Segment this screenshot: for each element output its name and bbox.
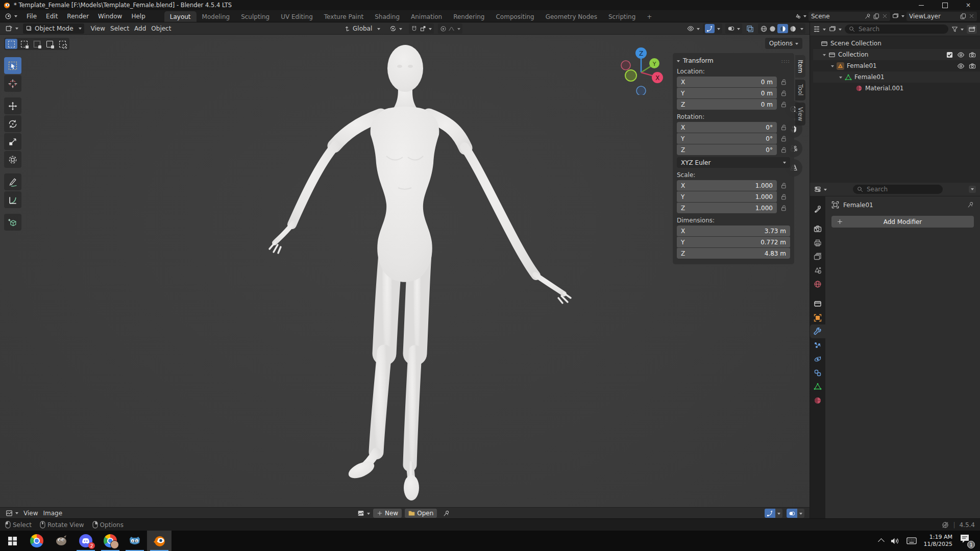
expand-icon[interactable] xyxy=(823,54,826,58)
tab-collection[interactable] xyxy=(810,297,825,311)
lock-rotation-y[interactable] xyxy=(777,135,790,142)
volume-icon[interactable] xyxy=(891,537,899,545)
hide-eye-icon[interactable] xyxy=(957,63,965,69)
viewport-menu-add[interactable]: Add xyxy=(132,23,149,34)
start-button[interactable] xyxy=(0,531,24,551)
outliner-filter-button[interactable] xyxy=(951,26,964,33)
shading-solid-icon[interactable] xyxy=(769,25,776,33)
proportional-editing-controls[interactable] xyxy=(438,23,462,34)
viewport-menu-view[interactable]: View xyxy=(88,23,108,34)
proportional-edit-icon[interactable] xyxy=(440,26,447,32)
tool-annotate[interactable] xyxy=(4,173,21,190)
disable-render-camera-icon[interactable] xyxy=(969,63,976,69)
tool-cursor[interactable] xyxy=(4,75,21,92)
tab-render[interactable] xyxy=(810,222,825,236)
gizmo-icon[interactable] xyxy=(706,26,713,32)
workspace-tab-rendering[interactable]: Rendering xyxy=(448,11,490,22)
menu-help[interactable]: Help xyxy=(127,10,150,22)
transform-orientation-selector[interactable]: Global xyxy=(341,23,383,34)
lock-location-x[interactable] xyxy=(777,79,790,85)
tab-physics[interactable] xyxy=(810,352,825,366)
viewlayer-browse-button[interactable] xyxy=(892,13,904,19)
lock-scale-z[interactable] xyxy=(777,205,790,211)
workspace-tab-scripting[interactable]: Scripting xyxy=(603,11,641,22)
tab-view-layer[interactable] xyxy=(810,249,825,263)
lock-rotation-x[interactable] xyxy=(777,124,790,131)
overlays-toggle-group[interactable] xyxy=(725,23,742,34)
new-viewlayer-icon[interactable] xyxy=(960,13,966,19)
taskbar-blender[interactable] xyxy=(147,531,172,551)
editor-type-button[interactable] xyxy=(3,23,21,34)
add-modifier-button[interactable]: Add Modifier xyxy=(831,216,974,228)
workspace-tab-animation[interactable]: Animation xyxy=(405,11,448,22)
menu-edit[interactable]: Edit xyxy=(41,10,62,22)
object-visibility-selector[interactable] xyxy=(687,25,700,32)
scene-browse-button[interactable] xyxy=(794,13,806,19)
new-image-button[interactable]: New xyxy=(373,509,402,518)
image-menu-view[interactable]: View xyxy=(21,508,40,518)
sidebar-tab-view[interactable]: View xyxy=(795,103,805,126)
image-menu-image[interactable]: Image xyxy=(40,508,65,518)
lock-location-z[interactable] xyxy=(777,101,790,108)
shading-material-icon[interactable] xyxy=(779,25,787,33)
properties-options-button[interactable] xyxy=(969,186,976,193)
viewport-menu-object[interactable]: Object xyxy=(149,23,174,34)
tool-add-cube[interactable] xyxy=(4,214,21,231)
select-mode-intersect-button[interactable] xyxy=(56,39,68,49)
rotation-mode-dropdown[interactable]: XYZ Euler xyxy=(677,157,790,168)
tab-material[interactable] xyxy=(810,393,825,407)
rotation-z-field[interactable]: Z0° xyxy=(677,144,777,155)
magnet-icon[interactable] xyxy=(411,26,418,32)
pin-id-icon[interactable] xyxy=(967,202,974,208)
tab-particles[interactable] xyxy=(810,338,825,352)
shading-wireframe-icon[interactable] xyxy=(760,25,768,33)
app-menu-button[interactable] xyxy=(0,10,22,22)
gizmos-toggle-group[interactable] xyxy=(703,23,722,34)
disable-render-camera-icon[interactable] xyxy=(969,52,976,58)
viewlayer-selector[interactable]: ViewLayer xyxy=(906,12,977,21)
dimensions-y-field[interactable]: Y0.772 m xyxy=(677,237,790,247)
tool-transform[interactable] xyxy=(4,151,21,168)
outliner-editor-type-button[interactable] xyxy=(813,26,826,33)
tab-scene[interactable] xyxy=(810,263,825,277)
lock-scale-y[interactable] xyxy=(777,193,790,200)
snap-target-icon[interactable] xyxy=(420,26,426,32)
select-mode-extend-button[interactable] xyxy=(18,39,30,49)
minimize-button[interactable] xyxy=(910,0,933,10)
select-mode-subtract-button[interactable] xyxy=(31,39,43,49)
hide-eye-icon[interactable] xyxy=(957,52,965,58)
tab-modifiers[interactable] xyxy=(810,324,825,338)
network-offline-icon[interactable] xyxy=(942,521,949,529)
location-y-field[interactable]: Y0 m xyxy=(677,88,777,98)
tab-constraints[interactable] xyxy=(810,366,825,380)
workspace-tab-shading[interactable]: Shading xyxy=(369,11,405,22)
unlink-scene-icon[interactable] xyxy=(882,13,888,19)
navigation-gizmo[interactable]: Z Y X xyxy=(617,46,666,95)
xray-toggle[interactable] xyxy=(745,23,755,34)
tab-tool[interactable] xyxy=(810,202,825,216)
new-collection-button[interactable] xyxy=(967,25,977,34)
tool-select-box[interactable] xyxy=(4,57,21,74)
image-editor-type-button[interactable] xyxy=(3,508,21,518)
menu-window[interactable]: Window xyxy=(93,10,127,22)
open-image-button[interactable]: Open xyxy=(405,509,437,518)
expand-icon[interactable] xyxy=(831,65,834,69)
lock-location-y[interactable] xyxy=(777,90,790,96)
shading-rendered-icon[interactable] xyxy=(789,25,797,33)
expand-icon[interactable] xyxy=(839,77,842,80)
workspace-tab-modeling[interactable]: Modeling xyxy=(197,11,236,22)
tool-measure[interactable] xyxy=(4,191,21,208)
properties-editor-type-button[interactable] xyxy=(814,186,827,193)
panel-grip[interactable]: :::: xyxy=(781,58,790,64)
overlays-icon[interactable] xyxy=(727,25,734,32)
tab-object[interactable] xyxy=(810,311,825,324)
sidebar-tab-tool[interactable]: Tool xyxy=(795,80,805,100)
workspace-tab-texture-paint[interactable]: Texture Paint xyxy=(318,11,369,22)
scale-z-field[interactable]: Z1.000 xyxy=(677,203,777,213)
properties-search[interactable] xyxy=(853,185,943,194)
workspace-tab-sculpting[interactable]: Sculpting xyxy=(235,11,275,22)
keyboard-icon[interactable] xyxy=(906,537,917,544)
close-button[interactable]: × xyxy=(957,0,980,10)
lock-rotation-z[interactable] xyxy=(777,146,790,153)
tool-rotate[interactable] xyxy=(4,115,21,132)
